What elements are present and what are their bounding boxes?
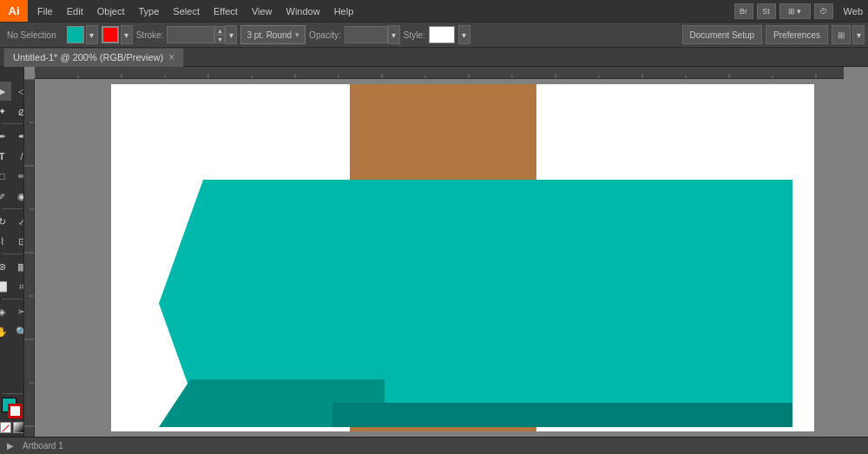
scale-tool[interactable]: ⤢ xyxy=(12,212,24,231)
menu-window[interactable]: Window xyxy=(280,4,326,18)
menu-items: File Edit Object Type Select Effect View… xyxy=(28,4,729,18)
teal-sign-shadow-bottom xyxy=(332,403,792,427)
bridge-btn[interactable]: Br xyxy=(734,3,753,19)
status-info: ▶ xyxy=(7,441,14,451)
svg-rect-0 xyxy=(35,67,844,79)
doc-setup-button[interactable]: Document Setup xyxy=(682,25,763,44)
opacity-dropdown[interactable]: ▾ xyxy=(388,25,400,44)
tab-title: Untitled-1* @ 200% (RGB/Preview) xyxy=(13,52,163,63)
stroke-style-dropdown[interactable]: ▾ xyxy=(225,25,237,44)
hand-tool[interactable]: ✋ xyxy=(0,322,11,341)
top-ruler-svg xyxy=(35,67,844,79)
tool-row-rotate: ↻ ⤢ xyxy=(0,212,24,231)
menu-effect[interactable]: Effect xyxy=(207,4,244,18)
tool-row-eraser: ◈ ✂ xyxy=(0,302,24,321)
eraser-tool[interactable]: ◈ xyxy=(0,302,11,321)
web-label: Web xyxy=(838,4,868,18)
workspace-btn[interactable]: ⊞ ▾ xyxy=(779,3,811,19)
symbol-sprayer-tool[interactable]: ⊛ xyxy=(0,257,11,276)
tool-row-wand: ✦ ⌀ xyxy=(0,102,24,121)
color-divider xyxy=(2,393,23,394)
slice-tool[interactable]: ⌗ xyxy=(12,277,24,296)
pt-round-label: 3 pt. Round xyxy=(247,30,292,40)
status-bar: ▶ Artboard 1 xyxy=(0,437,868,454)
brown-post-top xyxy=(350,84,536,188)
stroke-arrows: ▲ ▼ xyxy=(214,26,225,43)
artboard-tool[interactable]: ⬜ xyxy=(0,277,11,296)
menu-edit[interactable]: Edit xyxy=(61,4,89,18)
toolbox-colors xyxy=(0,391,24,437)
free-transform-tool[interactable]: ⊡ xyxy=(12,232,24,251)
pt-round-selector[interactable]: 3 pt. Round ▾ xyxy=(240,25,306,44)
menu-select[interactable]: Select xyxy=(167,4,206,18)
column-graph-tool[interactable]: ▦ xyxy=(12,257,24,276)
none-swatch[interactable] xyxy=(0,422,11,433)
line-tool[interactable]: / xyxy=(12,147,24,166)
tool-row-warp: ⌇ ⊡ xyxy=(0,232,24,251)
selection-tool[interactable]: ▶ xyxy=(0,82,11,101)
menu-object[interactable]: Object xyxy=(91,4,131,18)
tool-divider-1 xyxy=(2,123,23,124)
arrange-btn[interactable]: ⊞ xyxy=(832,25,851,44)
stroke-dropdown-btn[interactable]: ▾ xyxy=(121,25,133,44)
toolbar: No Selection ▾ ▾ Stroke: ▲ ▼ ▾ 3 pt. Rou… xyxy=(0,22,868,48)
tool-row-artboard: ⬜ ⌗ xyxy=(0,277,24,296)
pen-tool[interactable]: ✒ xyxy=(0,127,11,146)
stroke-input[interactable] xyxy=(167,26,214,43)
tab-close-btn[interactable]: × xyxy=(168,51,174,63)
pencil-tool[interactable]: ✐ xyxy=(0,187,11,206)
tool-row-type: T / xyxy=(0,147,24,166)
tool-row-symbol: ⊛ ▦ xyxy=(0,257,24,276)
tool-divider-2 xyxy=(2,208,23,209)
fill-color-swatch[interactable] xyxy=(67,26,84,43)
lasso-tool[interactable]: ⌀ xyxy=(12,102,24,121)
style-swatch[interactable] xyxy=(429,26,455,43)
magic-wand-tool[interactable]: ✦ xyxy=(0,102,11,121)
top-ruler xyxy=(35,67,844,79)
paintbrush-tool[interactable]: ✏ xyxy=(12,167,24,186)
tool-divider-3 xyxy=(2,253,23,254)
warp-tool[interactable]: ⌇ xyxy=(0,232,11,251)
tool-row-blob: ✐ ◉ xyxy=(0,187,24,206)
tool-row-zoom: ✋ 🔍 xyxy=(0,322,24,341)
stroke-up[interactable]: ▲ xyxy=(214,26,225,35)
direct-selection-tool[interactable]: ◁ xyxy=(12,82,24,101)
ai-logo: Ai xyxy=(0,0,28,22)
preferences-button[interactable]: Preferences xyxy=(766,25,828,44)
menu-file[interactable]: File xyxy=(31,4,59,18)
canvas-wrapper xyxy=(24,67,868,437)
fill-color-group: ▾ xyxy=(67,25,98,44)
type-tool[interactable]: T xyxy=(0,147,11,166)
gradient-swatch[interactable] xyxy=(13,422,24,433)
timer-btn[interactable]: ⏱ xyxy=(814,3,833,19)
scissors-tool[interactable]: ✂ xyxy=(12,302,24,321)
rotate-tool[interactable]: ↻ xyxy=(0,212,11,231)
arrange-dropdown[interactable]: ▾ xyxy=(852,25,865,44)
document-tab[interactable]: Untitled-1* @ 200% (RGB/Preview) × xyxy=(3,48,184,67)
pt-round-arrow: ▾ xyxy=(295,30,299,39)
stroke-swatch[interactable] xyxy=(8,404,23,418)
menu-type[interactable]: Type xyxy=(133,4,166,18)
rectangle-tool[interactable]: □ xyxy=(0,167,11,186)
opacity-input[interactable]: 100% xyxy=(345,26,388,43)
zoom-tool[interactable]: 🔍 xyxy=(12,322,24,341)
menu-help[interactable]: Help xyxy=(328,4,360,18)
tool-row-pen: ✒ ✒ xyxy=(0,127,24,146)
stroke-down[interactable]: ▼ xyxy=(214,35,225,43)
stock-btn[interactable]: St xyxy=(757,3,776,19)
opacity-label: Opacity: xyxy=(309,30,341,40)
stroke-color-swatch[interactable] xyxy=(102,26,119,43)
style-label: Style: xyxy=(404,30,425,40)
menu-bar: Ai File Edit Object Type Select Effect V… xyxy=(0,0,868,22)
tool-divider-4 xyxy=(2,299,23,299)
menu-view[interactable]: View xyxy=(246,4,279,18)
left-ruler xyxy=(24,79,35,437)
anchor-tool[interactable]: ✒ xyxy=(12,127,24,146)
fill-dropdown[interactable]: ▾ xyxy=(86,25,98,44)
blob-brush-tool[interactable]: ◉ xyxy=(12,187,24,206)
tab-bar: Untitled-1* @ 200% (RGB/Preview) × xyxy=(0,48,868,67)
canvas xyxy=(111,84,814,431)
style-dropdown[interactable]: ▾ xyxy=(458,25,470,44)
tool-row-rect: □ ✏ xyxy=(0,167,24,186)
status-zoom: Artboard 1 xyxy=(23,441,63,451)
